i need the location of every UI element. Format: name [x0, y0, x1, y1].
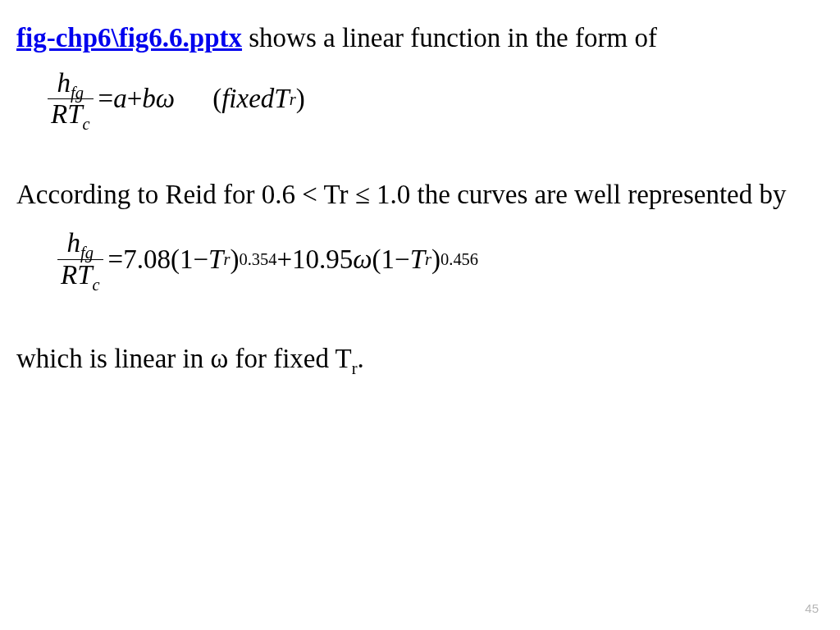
- eq2-open2: (1: [372, 246, 395, 273]
- eq2-minus2: −: [395, 246, 410, 273]
- eq1-paren-open: (: [212, 85, 221, 112]
- page-number: 45: [805, 601, 819, 615]
- eq1-a: a: [113, 85, 127, 112]
- eq2-Tc: T: [77, 260, 92, 290]
- eq2-numerator: hfg: [64, 228, 97, 259]
- eq2-close1: ): [230, 246, 239, 273]
- intro-paragraph: fig-chp6\fig6.6.pptx shows a linear func…: [16, 20, 824, 57]
- eq1-paren-close: ): [296, 85, 305, 112]
- eq2-denominator: RTc: [57, 260, 103, 291]
- figure-link[interactable]: fig-chp6\fig6.6.pptx: [16, 23, 242, 52]
- eq2-R: R: [61, 260, 77, 290]
- eq2-T1: T: [208, 246, 223, 273]
- eq2-omega: ω: [353, 246, 372, 273]
- eq2-plus: +: [276, 246, 292, 273]
- eq2-minus1: −: [193, 246, 208, 273]
- concl-sub: r: [352, 358, 358, 377]
- eq1-R: R: [51, 99, 67, 129]
- eq1-Tc: T: [67, 99, 82, 129]
- intro-text: shows a linear function in the form of: [242, 23, 657, 52]
- conclusion-paragraph: which is linear in ω for fixed Tr.: [16, 340, 824, 377]
- eq2-fraction: hfg RTc: [57, 228, 103, 291]
- eq1-h: h: [57, 68, 71, 98]
- eq2-c1: 7.08(1: [123, 246, 193, 273]
- concl-omega: ω: [210, 344, 228, 373]
- eq1-Tr: T: [274, 85, 289, 112]
- eq2-close2: ): [431, 246, 441, 273]
- concl-period: .: [358, 344, 364, 373]
- eq1-fixed: fixed: [221, 85, 274, 112]
- eq2-T2: T: [410, 246, 425, 273]
- eq1-b: b: [142, 85, 156, 112]
- eq2-c2: 10.95: [292, 246, 353, 273]
- eq2-equals: =: [108, 246, 124, 273]
- eq1-omega: ω: [156, 85, 175, 112]
- eq2-h: h: [67, 228, 81, 258]
- concl-before: which is linear in: [16, 344, 210, 373]
- eq1-fraction: hfg RTc: [48, 68, 94, 131]
- eq1-numerator: hfg: [54, 68, 87, 99]
- reid-paragraph: According to Reid for 0.6 < Tr ≤ 1.0 the…: [16, 176, 824, 213]
- eq1-Tc-sub: c: [83, 115, 90, 133]
- eq2-Tc-sub: c: [93, 276, 100, 294]
- eq1-equals: =: [98, 85, 114, 112]
- eq1-denominator: RTc: [48, 99, 94, 130]
- slide-body: fig-chp6\fig6.6.pptx shows a linear func…: [0, 0, 840, 630]
- concl-mid: for fixed T: [228, 344, 352, 373]
- equation-2: hfg RTc = 7.08(1 − Tr )0.354 + 10.95 ω (…: [16, 228, 824, 291]
- eq1-plus: +: [127, 85, 143, 112]
- equation-1: hfg RTc = a + b ω ( fixed Tr ): [16, 68, 824, 131]
